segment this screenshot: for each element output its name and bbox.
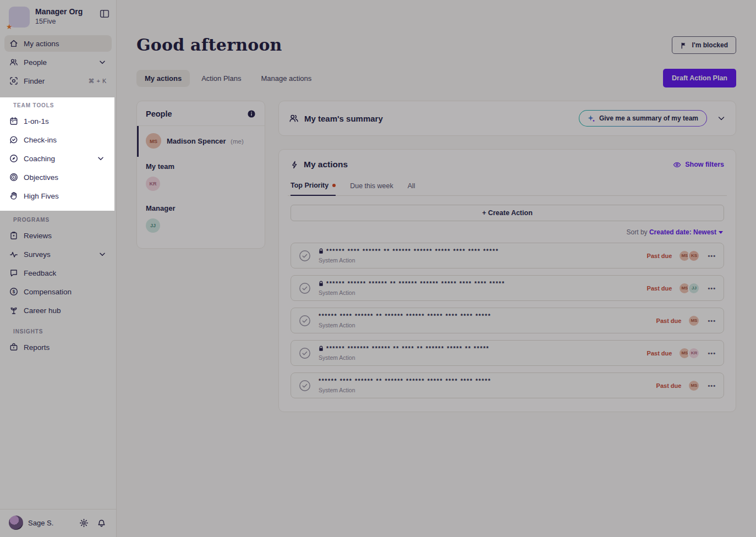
checkin-bubble-icon [9,135,18,144]
sidebar-item-label: Objectives [24,173,58,182]
dim-overlay [0,0,756,537]
app-root: ★ Manager Org 15Five My actions People [0,0,756,537]
sidebar-item-1-on-1s[interactable]: 1-on-1s [4,113,110,129]
section-label-team-tools: TEAM TOOLS [13,102,114,108]
target-icon [9,173,18,182]
sidebar-item-label: 1-on-1s [24,117,49,125]
chevron-down-icon [96,154,105,163]
sidebar-item-label: Check-ins [24,136,57,144]
calendar-icon [9,117,18,125]
high-five-hand-icon [9,191,18,200]
team-tools-spotlight: TEAM TOOLS 1-on-1s Check-ins Coaching Ob… [0,97,114,211]
sidebar-item-high-fives[interactable]: High Fives [4,188,110,204]
sidebar-item-coaching[interactable]: Coaching [4,150,110,167]
sidebar-item-check-ins[interactable]: Check-ins [4,131,110,148]
sidebar-item-label: Coaching [24,155,55,163]
sidebar-item-label: High Fives [24,192,59,200]
sidebar-item-objectives[interactable]: Objectives [4,169,110,185]
compass-icon [9,154,18,163]
